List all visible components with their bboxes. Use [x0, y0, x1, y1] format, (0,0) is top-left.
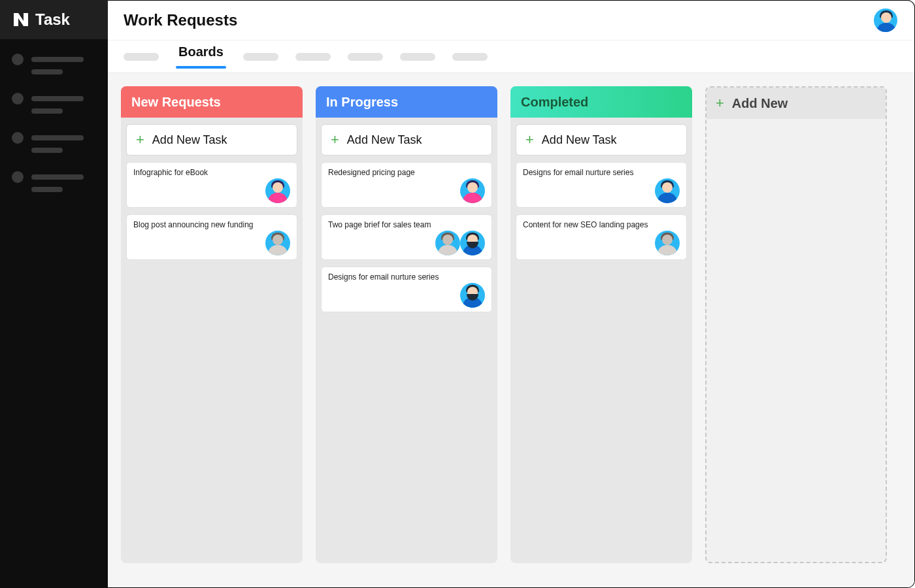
nav-placeholder — [31, 57, 84, 62]
sidebar-item[interactable] — [12, 132, 108, 153]
add-task-button[interactable]: + Add New Task — [321, 124, 492, 155]
page-title: Work Requests — [124, 11, 237, 29]
nav-placeholder — [31, 69, 63, 74]
column-header[interactable]: In Progress — [316, 86, 497, 118]
sidebar-nav — [0, 39, 108, 192]
tab-placeholder[interactable] — [348, 53, 383, 61]
column-header[interactable]: Completed — [510, 86, 692, 118]
plus-icon: + — [136, 133, 144, 147]
add-task-label: Add New Task — [542, 133, 617, 147]
avatar-icon — [460, 231, 485, 255]
user-avatar[interactable] — [874, 8, 897, 32]
task-avatars — [328, 283, 485, 308]
add-task-label: Add New Task — [152, 133, 227, 147]
sidebar: Task — [0, 0, 108, 588]
logo-icon — [12, 10, 30, 29]
add-task-button[interactable]: + Add New Task — [516, 124, 687, 155]
plus-icon: + — [525, 133, 534, 147]
avatar-icon — [435, 231, 460, 255]
avatar-icon — [655, 231, 680, 255]
nav-dot-icon — [12, 132, 24, 144]
task-avatars — [328, 231, 485, 255]
task-card[interactable]: Blog post announcing new funding — [126, 214, 297, 260]
column-body: + Add New Task Designs for email nurture… — [510, 118, 692, 267]
task-card[interactable]: Two page brief for sales team — [321, 214, 492, 260]
topbar: Work Requests — [108, 1, 914, 40]
nav-placeholder — [31, 174, 84, 180]
app-logo[interactable]: Task — [0, 0, 108, 39]
nav-placeholder — [31, 187, 63, 192]
task-avatars — [328, 178, 485, 203]
tab-placeholder[interactable] — [243, 53, 278, 61]
nav-placeholder — [31, 135, 84, 140]
board-area: New Requests + Add New Task Infographic … — [108, 73, 914, 587]
task-card[interactable]: Redesigned pricing page — [321, 162, 492, 208]
nav-placeholder — [31, 108, 63, 114]
tab-boards[interactable]: Boards — [176, 44, 226, 69]
sidebar-item[interactable] — [12, 54, 108, 74]
task-title: Infographic for eBook — [133, 168, 290, 177]
task-avatars — [133, 231, 290, 255]
task-title: Designs for email nurture series — [523, 168, 680, 177]
column-new-requests: New Requests + Add New Task Infographic … — [121, 86, 303, 563]
logo-text: Task — [35, 10, 70, 29]
task-title: Content for new SEO landing pages — [523, 220, 680, 229]
tab-placeholder[interactable] — [400, 53, 435, 61]
task-title: Two page brief for sales team — [328, 220, 485, 229]
main-panel: Work Requests Boards New Requests + Add … — [108, 0, 915, 588]
avatar-icon — [460, 283, 485, 308]
nav-placeholder — [31, 96, 84, 101]
add-column-header[interactable]: + Add New — [707, 88, 886, 119]
plus-icon: + — [716, 96, 724, 110]
task-title: Blog post announcing new funding — [133, 220, 290, 229]
add-column[interactable]: + Add New — [705, 86, 887, 563]
task-title: Designs for email nurture series — [328, 272, 485, 282]
sidebar-item[interactable] — [12, 171, 108, 192]
nav-dot-icon — [12, 171, 24, 183]
task-avatars — [523, 178, 680, 203]
avatar-icon — [460, 178, 485, 203]
column-completed: Completed + Add New Task Designs for ema… — [510, 86, 692, 563]
task-avatars — [133, 178, 290, 203]
nav-dot-icon — [12, 93, 24, 105]
avatar-icon — [655, 178, 680, 203]
task-card[interactable]: Designs for email nurture series — [516, 162, 687, 208]
avatar-icon — [265, 178, 290, 203]
task-avatars — [523, 231, 680, 255]
nav-placeholder — [31, 148, 63, 153]
tab-strip: Boards — [108, 40, 914, 73]
sidebar-item[interactable] — [12, 93, 108, 114]
column-in-progress: In Progress + Add New Task Redesigned pr… — [316, 86, 497, 563]
task-card[interactable]: Designs for email nurture series — [321, 267, 492, 312]
column-body: + Add New Task Infographic for eBook Blo… — [121, 118, 303, 267]
add-task-label: Add New Task — [347, 133, 422, 147]
tab-placeholder[interactable] — [124, 53, 159, 61]
task-title: Redesigned pricing page — [328, 168, 485, 177]
task-card[interactable]: Content for new SEO landing pages — [516, 214, 687, 260]
nav-dot-icon — [12, 54, 24, 65]
tab-placeholder[interactable] — [295, 53, 331, 61]
add-column-label: Add New — [732, 96, 788, 111]
add-task-button[interactable]: + Add New Task — [126, 124, 297, 155]
tab-placeholder[interactable] — [452, 53, 488, 61]
plus-icon: + — [331, 133, 339, 147]
column-header[interactable]: New Requests — [121, 86, 303, 118]
column-body: + Add New Task Redesigned pricing page T… — [316, 118, 497, 319]
task-card[interactable]: Infographic for eBook — [126, 162, 297, 208]
avatar-icon — [265, 231, 290, 255]
